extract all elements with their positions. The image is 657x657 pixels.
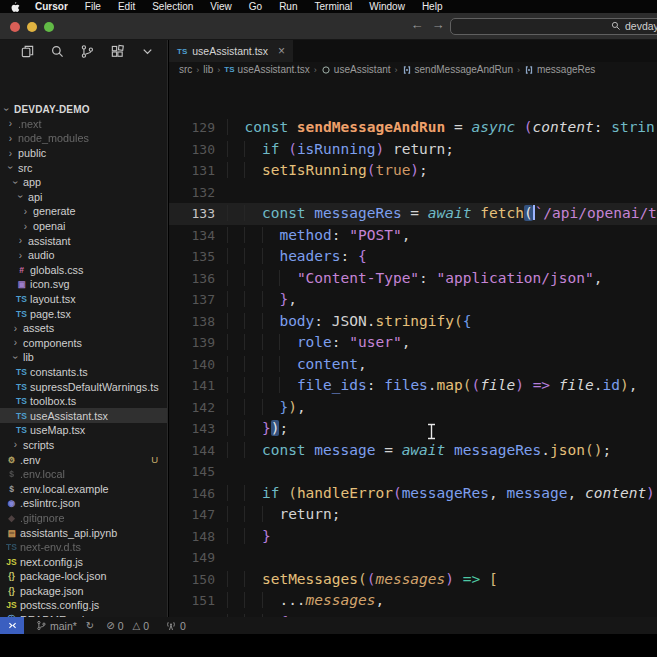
menu-item-cursor[interactable]: Cursor <box>35 1 68 12</box>
code-line-151[interactable]: 151 ...messages, <box>169 590 657 612</box>
line-number[interactable]: 145 <box>169 461 215 483</box>
tree-file-.eslintrc.json[interactable]: ◉.eslintrc.json <box>0 496 167 511</box>
code-line-148[interactable]: 148 } <box>169 526 657 548</box>
tree-file-.env.local.example[interactable]: $.env.local.example <box>0 481 167 496</box>
code-line-149[interactable]: 149 <box>169 547 657 569</box>
code-line-136[interactable]: 136 "Content-Type": "application/json", <box>169 268 657 290</box>
tab-useassistant[interactable]: TS useAssistant.tsx × <box>169 40 293 62</box>
tree-folder-lib[interactable]: ›lib <box>0 350 167 365</box>
tree-file-package.json[interactable]: {}package.json <box>0 584 167 599</box>
line-number[interactable]: 143 <box>169 418 215 440</box>
code-line-143[interactable]: 143 }); <box>169 418 657 440</box>
tree-folder-audio[interactable]: ›audio <box>0 248 167 263</box>
close-icon[interactable]: × <box>278 44 285 58</box>
tree-folder-app[interactable]: ›app <box>0 175 167 190</box>
tree-file-next.config.js[interactable]: JSnext.config.js <box>0 554 167 569</box>
code-line-133[interactable]: 133 const messageRes = await fetch(`/api… <box>169 203 657 225</box>
code-line-130[interactable]: 130 if (isRunning) return; <box>169 139 657 161</box>
tree-file-icon.svg[interactable]: ▣icon.svg <box>0 277 167 292</box>
tree-file-.env.local[interactable]: $.env.local <box>0 467 167 482</box>
code-line-129[interactable]: 129 const sendMessageAndRun = async (con… <box>169 117 657 139</box>
tree-folder-api[interactable]: ›api <box>0 190 167 205</box>
code-line-140[interactable]: 140 content, <box>169 354 657 376</box>
chevron-down-icon[interactable] <box>139 43 155 59</box>
code-line-135[interactable]: 135 headers: { <box>169 246 657 268</box>
files-icon[interactable] <box>19 43 35 59</box>
sync-icon[interactable]: ↻ <box>86 620 94 631</box>
line-number[interactable]: 138 <box>169 311 215 333</box>
menu-item-help[interactable]: Help <box>422 1 443 12</box>
code-line-142[interactable]: 142 }), <box>169 397 657 419</box>
line-number[interactable]: 146 <box>169 483 215 505</box>
breadcrumb-item-messageres[interactable]: messageRes <box>524 64 595 75</box>
tree-file-usemap.tsx[interactable]: TSuseMap.tsx <box>0 423 167 438</box>
tree-folder-src[interactable]: ›src <box>0 160 167 175</box>
menu-item-terminal[interactable]: Terminal <box>315 1 353 12</box>
line-number[interactable]: 129 <box>169 117 215 139</box>
tree-file-supressdefaultwarnings.ts[interactable]: TSsupressDefaultWarnings.ts <box>0 379 167 394</box>
code-line-132[interactable]: 132 <box>169 182 657 204</box>
command-search-box[interactable]: devday <box>450 18 657 35</box>
code-line-138[interactable]: 138 body: JSON.stringify({ <box>169 311 657 333</box>
tree-file-package-lock.json[interactable]: {}package-lock.json <box>0 569 167 584</box>
code-line-144[interactable]: 144 const message = await messageRes.jso… <box>169 440 657 462</box>
line-number[interactable]: 142 <box>169 397 215 419</box>
line-number[interactable]: 132 <box>169 182 215 204</box>
code-line-145[interactable]: 145 <box>169 461 657 483</box>
breadcrumb-item-lib[interactable]: lib <box>203 64 213 75</box>
line-number[interactable]: 136 <box>169 268 215 290</box>
tree-file-postcss.config.js[interactable]: JSpostcss.config.js <box>0 598 167 613</box>
tree-folder-components[interactable]: ›components <box>0 336 167 351</box>
line-number[interactable]: 144 <box>169 440 215 462</box>
breadcrumb-item-sendmessageandrun[interactable]: sendMessageAndRun <box>402 64 513 75</box>
apple-icon[interactable] <box>9 1 20 13</box>
line-number[interactable]: 131 <box>169 160 215 182</box>
line-number[interactable]: 150 <box>169 569 215 591</box>
traffic-light-maximize[interactable] <box>44 22 54 32</box>
tree-folder-generate[interactable]: ›generate <box>0 204 167 219</box>
tree-file-.gitignore[interactable]: ◆.gitignore <box>0 511 167 526</box>
problems-status[interactable]: ⊘ 0 △ 0 <box>106 620 149 632</box>
git-branch-status[interactable]: main* ↻ <box>36 620 94 632</box>
code-line-139[interactable]: 139 role: "user", <box>169 332 657 354</box>
tree-file-layout.tsx[interactable]: TSlayout.tsx <box>0 292 167 307</box>
tree-file-globals.css[interactable]: #globals.css <box>0 263 167 278</box>
code-line-134[interactable]: 134 method: "POST", <box>169 225 657 247</box>
line-number[interactable]: 147 <box>169 504 215 526</box>
remote-indicator[interactable] <box>0 617 24 634</box>
tree-file-constants.ts[interactable]: TSconstants.ts <box>0 365 167 380</box>
navigate-forward-button[interactable]: → <box>430 17 446 32</box>
tree-folder-.next[interactable]: ›.next <box>0 117 167 132</box>
tree-file-page.tsx[interactable]: TSpage.tsx <box>0 306 167 321</box>
search-icon[interactable] <box>49 43 65 59</box>
menu-item-edit[interactable]: Edit <box>118 1 135 12</box>
navigate-back-button[interactable]: ← <box>409 17 425 32</box>
menu-item-window[interactable]: Window <box>369 1 405 12</box>
code-line-150[interactable]: 150 setMessages((messages) => [ <box>169 569 657 591</box>
menu-item-selection[interactable]: Selection <box>152 1 193 12</box>
source-control-icon[interactable] <box>79 43 95 59</box>
code-line-146[interactable]: 146 if (handleError(messageRes, message,… <box>169 483 657 505</box>
menu-item-run[interactable]: Run <box>279 1 297 12</box>
code-line-147[interactable]: 147 return; <box>169 504 657 526</box>
code-line-141[interactable]: 141 file_ids: files.map((file) => file.i… <box>169 375 657 397</box>
code-line-137[interactable]: 137 }, <box>169 289 657 311</box>
line-number[interactable]: 130 <box>169 139 215 161</box>
tree-folder-devday-demo[interactable]: ›DEVDAY-DEMO <box>0 102 167 117</box>
breadcrumb-item-useassistant.tsx[interactable]: TSuseAssistant.tsx <box>224 64 310 75</box>
menu-item-view[interactable]: View <box>210 1 232 12</box>
tree-folder-node_modules[interactable]: ›node_modules <box>0 131 167 146</box>
code-line-131[interactable]: 131 setIsRunning(true); <box>169 160 657 182</box>
line-number[interactable]: 134 <box>169 225 215 247</box>
tree-file-assistants_api.ipynb[interactable]: ▤assistants_api.ipynb <box>0 525 167 540</box>
line-number[interactable]: 140 <box>169 354 215 376</box>
traffic-light-close[interactable] <box>10 22 20 32</box>
tree-folder-scripts[interactable]: ›scripts <box>0 438 167 453</box>
tree-file-useassistant.tsx[interactable]: TSuseAssistant.tsx <box>0 408 167 423</box>
line-number[interactable]: 151 <box>169 590 215 612</box>
tree-folder-public[interactable]: ›public <box>0 146 167 161</box>
menu-item-go[interactable]: Go <box>249 1 262 12</box>
line-number[interactable]: 148 <box>169 526 215 548</box>
line-number[interactable]: 141 <box>169 375 215 397</box>
extensions-icon[interactable] <box>109 43 125 59</box>
